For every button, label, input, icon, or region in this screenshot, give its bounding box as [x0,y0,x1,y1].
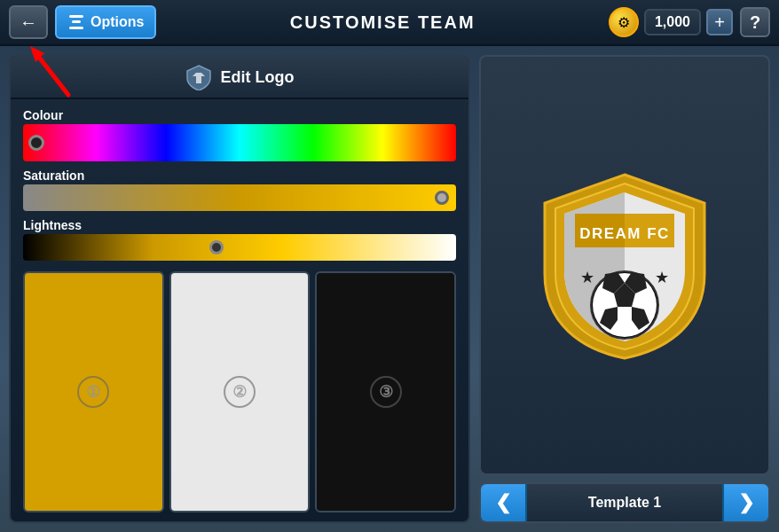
template-prev-button[interactable]: ❮ [481,484,527,521]
template-nav: ❮ Template 1 ❯ [479,482,770,523]
help-button[interactable]: ? [740,7,770,37]
back-button[interactable]: ← [9,5,48,39]
saturation-control: Saturation [23,168,456,211]
page-title: CUSTOMISE TEAM [163,12,602,33]
coins-area: ⚙ 1,000 + [609,7,733,37]
swatch-1[interactable]: ① [23,271,164,512]
topbar: ← Options CUSTOMISE TEAM ⚙ 1,000 + ? [0,0,779,46]
options-label: Options [90,14,144,30]
team-name-text: DREAM FC [579,225,670,242]
saturation-knob[interactable] [435,191,449,205]
swatch-2[interactable]: ② [169,271,311,512]
options-button[interactable]: Options [55,5,156,39]
main-content: Edit Logo Colour Saturation Lightness [0,46,779,532]
template-next-button[interactable]: ❯ [722,484,768,521]
colour-swatches: ① ② ③ [23,271,456,512]
swatch-number-2: ② [224,376,256,408]
coin-amount: 1,000 [644,9,701,35]
swatch-number-1: ① [77,376,109,408]
svg-text:★: ★ [580,269,594,286]
left-panel: Edit Logo Colour Saturation Lightness [9,55,470,523]
coin-icon: ⚙ [609,7,639,37]
colour-control: Colour [23,108,456,161]
template-label: Template 1 [527,495,722,511]
lightness-slider[interactable] [23,234,456,261]
options-icon [67,13,85,31]
panel-body: Colour Saturation Lightness [11,99,468,521]
logo-preview-area: DREAM FC ★ ★ [479,55,770,475]
lightness-label: Lightness [23,218,456,232]
swatch-3[interactable]: ③ [315,271,456,512]
add-coins-button[interactable]: + [706,9,733,35]
saturation-label: Saturation [23,168,456,183]
panel-header: Edit Logo [11,57,468,99]
lightness-knob[interactable] [209,240,224,254]
shield-container: DREAM FC ★ ★ [527,159,722,372]
shield-icon [185,64,212,90]
colour-knob[interactable] [28,135,44,151]
right-panel: DREAM FC ★ ★ [479,55,770,523]
colour-label: Colour [23,108,456,122]
swatch-number-3: ③ [370,376,402,408]
panel-title: Edit Logo [221,68,295,87]
team-logo: DREAM FC ★ ★ [536,168,713,363]
svg-text:★: ★ [655,269,669,286]
lightness-control: Lightness [23,218,456,261]
colour-slider[interactable] [23,124,456,161]
saturation-slider[interactable] [23,184,456,211]
